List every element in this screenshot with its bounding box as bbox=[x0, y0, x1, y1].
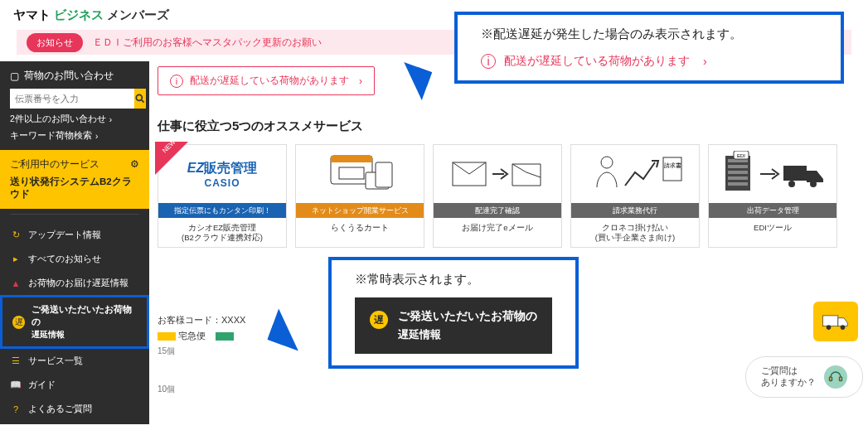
svg-rect-24 bbox=[822, 316, 837, 326]
legend-swatch bbox=[158, 332, 176, 341]
sidebar-nav-item-2[interactable]: ▲お荷物のお届け遅延情報 bbox=[0, 271, 149, 295]
callout-sample-banner: i 配送が遅延している荷物があります › bbox=[481, 54, 707, 69]
package-icon: ▢ bbox=[10, 70, 19, 82]
card-band: 指定伝票にもカンタン印刷！ bbox=[158, 203, 286, 218]
divider bbox=[10, 214, 139, 215]
svg-rect-16 bbox=[728, 171, 748, 174]
search-icon bbox=[134, 93, 146, 104]
callout-note: ※配送遅延が発生した場合のみ表示されます。 bbox=[481, 27, 817, 42]
chevron-right-icon: › bbox=[109, 115, 112, 124]
help-text: ご質問は bbox=[761, 365, 816, 377]
nav-label: サービス一覧 bbox=[28, 355, 83, 367]
logo-part: ヤマト bbox=[13, 7, 51, 23]
svg-rect-18 bbox=[728, 182, 748, 186]
card-thumb: EDI bbox=[709, 145, 836, 203]
multi-query-link[interactable]: 2件以上のお問い合わせ› bbox=[10, 114, 139, 125]
nav-icon: ? bbox=[10, 404, 22, 414]
card-band: ネットショップ開業サービス bbox=[296, 203, 424, 218]
svg-rect-15 bbox=[728, 165, 748, 168]
info-icon: i bbox=[170, 75, 183, 88]
service-card-4[interactable]: EDI出荷データ管理EDIツール bbox=[708, 144, 837, 248]
nav-icon: 遅 bbox=[12, 316, 25, 329]
nav-label: すべてのお知らせ bbox=[28, 253, 101, 265]
legend-swatch bbox=[216, 332, 234, 341]
annotation-callout-top: ※配送遅延が発生した場合のみ表示されます。 i 配送が遅延している荷物があります… bbox=[454, 12, 844, 84]
gear-icon[interactable]: ⚙ bbox=[130, 158, 139, 170]
logo-part: メンバーズ bbox=[107, 7, 169, 23]
nav-icon: ☰ bbox=[10, 355, 22, 366]
callout-note: ※常時表示されます。 bbox=[355, 272, 552, 288]
nav-label: よくあるご質問 bbox=[28, 403, 92, 415]
truck-icon bbox=[822, 312, 850, 331]
card-caption: お届け完了eメール bbox=[434, 218, 561, 236]
sidebar-nav-item-6[interactable]: ?よくあるご質問 bbox=[0, 397, 149, 421]
card-thumb bbox=[296, 145, 424, 203]
svg-point-23 bbox=[810, 181, 817, 187]
svg-rect-11 bbox=[663, 157, 681, 181]
info-icon: i bbox=[481, 54, 496, 69]
search-button[interactable] bbox=[134, 89, 146, 109]
sidebar-services: ご利用中のサービス ⚙ 送り状発行システムB2クラウド bbox=[0, 150, 149, 209]
tracking-input[interactable] bbox=[10, 89, 134, 109]
sidebar-search-title: ▢ 荷物のお問い合わせ bbox=[10, 70, 139, 82]
card-caption: カシオEZ販売管理(B2クラウド連携対応) bbox=[158, 218, 286, 247]
service-card-0[interactable]: NEWEZ販売管理CASIO指定伝票にもカンタン印刷！カシオEZ販売管理(B2ク… bbox=[158, 144, 287, 248]
nav-icon: ↻ bbox=[10, 230, 22, 240]
nav-icon: ▸ bbox=[10, 254, 22, 264]
nav-label: ご発送いただいたお荷物の遅延情報 bbox=[32, 303, 137, 341]
sidebar-nav-item-0[interactable]: ↻アップデート情報 bbox=[0, 223, 149, 247]
svg-rect-14 bbox=[728, 159, 748, 162]
card-thumb: 請求書 bbox=[571, 145, 699, 203]
svg-line-1 bbox=[142, 100, 144, 103]
svg-point-10 bbox=[601, 157, 613, 168]
card-band: 請求業務代行 bbox=[571, 203, 699, 218]
svg-rect-8 bbox=[376, 162, 392, 187]
nav-icon: ▲ bbox=[10, 278, 22, 288]
card-caption: EDIツール bbox=[709, 218, 836, 236]
service-card-3[interactable]: 請求書請求業務代行クロネコ掛け払い(買い手企業さま向け) bbox=[570, 144, 700, 248]
svg-rect-27 bbox=[830, 377, 832, 381]
callout-dark-sample: 遅 ご発送いただいたお荷物の 遅延情報 bbox=[355, 297, 552, 354]
annotation-callout-mid: ※常時表示されます。 遅 ご発送いただいたお荷物の 遅延情報 bbox=[328, 257, 579, 369]
sidebar-nav-item-4[interactable]: ☰サービス一覧 bbox=[0, 349, 149, 373]
svg-rect-28 bbox=[840, 377, 842, 381]
help-text: ありますか？ bbox=[761, 377, 816, 389]
keyword-search-link[interactable]: キーワード荷物検索› bbox=[10, 130, 139, 142]
svg-point-26 bbox=[841, 325, 846, 330]
card-thumb bbox=[434, 145, 561, 203]
new-ribbon-icon: NEW bbox=[155, 142, 188, 175]
delay-badge-icon: 遅 bbox=[370, 311, 388, 329]
svg-rect-17 bbox=[728, 176, 748, 180]
nav-label: アップデート情報 bbox=[28, 229, 101, 241]
service-b2cloud-link[interactable]: 送り状発行システムB2クラウド bbox=[10, 176, 139, 201]
svg-point-0 bbox=[136, 94, 142, 100]
service-cards: NEWEZ販売管理CASIO指定伝票にもカンタン印刷！カシオEZ販売管理(B2ク… bbox=[158, 144, 856, 248]
svg-point-22 bbox=[788, 181, 795, 187]
notice-text: ＥＤＩご利用のお客様へマスタパック更新のお願い bbox=[93, 36, 322, 50]
sidebar-nav-item-1[interactable]: ▸すべてのお知らせ bbox=[0, 247, 149, 271]
svg-rect-5 bbox=[331, 156, 372, 162]
float-truck-button[interactable] bbox=[813, 302, 858, 341]
help-bubble-button[interactable]: ご質問は ありますか？ bbox=[745, 356, 863, 398]
legend-label: 宅急便 bbox=[178, 331, 206, 341]
chevron-right-icon: › bbox=[359, 75, 362, 87]
logo-part: ビジネス bbox=[54, 7, 104, 23]
sidebar-nav-item-3[interactable]: 遅ご発送いただいたお荷物の遅延情報 bbox=[0, 295, 149, 349]
service-card-2[interactable]: 配達完了確認お届け完了eメール bbox=[433, 144, 562, 248]
chevron-right-icon: › bbox=[703, 55, 707, 68]
nav-icon: 📖 bbox=[10, 379, 22, 390]
headset-icon bbox=[824, 365, 847, 389]
notice-pill: お知らせ bbox=[27, 33, 83, 52]
svg-point-25 bbox=[827, 325, 832, 330]
svg-rect-21 bbox=[783, 166, 807, 181]
delay-banner[interactable]: i 配送が遅延している荷物があります › bbox=[158, 66, 375, 95]
nav-label: ガイド bbox=[28, 379, 56, 391]
sidebar-nav-item-5[interactable]: 📖ガイド bbox=[0, 373, 149, 397]
nav-label: お荷物のお届け遅延情報 bbox=[28, 277, 129, 289]
label: ご利用中のサービス bbox=[10, 159, 99, 169]
card-caption: クロネコ掛け払い(買い手企業さま向け) bbox=[571, 218, 699, 247]
delay-banner-text: 配送が遅延している荷物があります bbox=[190, 74, 349, 88]
label: 荷物のお問い合わせ bbox=[24, 70, 114, 82]
service-card-1[interactable]: ネットショップ開業サービスらくうるカート bbox=[295, 144, 424, 248]
card-band: 配達完了確認 bbox=[434, 203, 561, 218]
